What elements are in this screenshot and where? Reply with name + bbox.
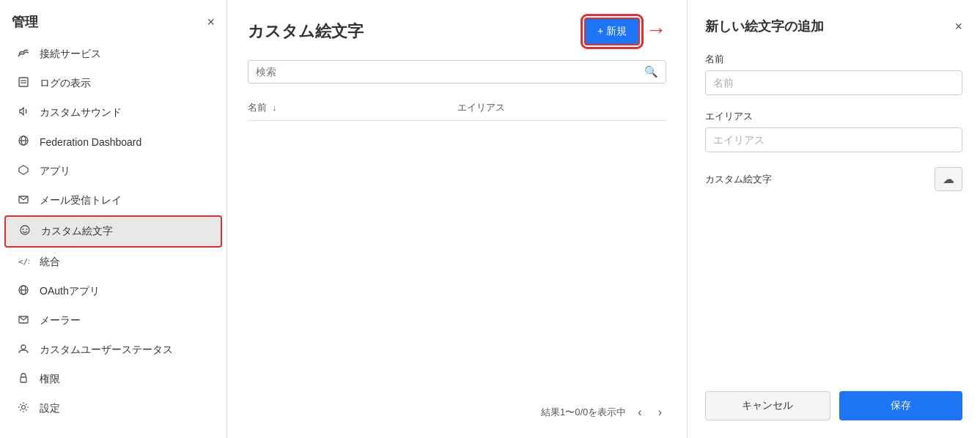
sidebar-close-button[interactable]: × — [207, 15, 215, 29]
svg-point-16 — [21, 345, 26, 349]
svg-point-18 — [22, 406, 26, 409]
sidebar-item-permissions[interactable]: 権限 — [4, 365, 222, 394]
svg-rect-17 — [21, 377, 26, 382]
sidebar-item-custom-user-status[interactable]: カスタムユーザーステータス — [4, 335, 222, 365]
sidebar-item-mailer[interactable]: メーラー — [4, 306, 222, 335]
add-emoji-panel: 新しい絵文字の追加 × 名前 エイリアス カスタム絵文字 ☁ キャンセル 保存 — [687, 0, 980, 438]
table-header: 名前 ↓ エイリアス — [248, 95, 666, 121]
sidebar-item-label-integrations: 統合 — [40, 256, 60, 269]
upload-icon: ☁ — [943, 173, 954, 185]
sidebar-item-label-oauth-apps: OAuthアプリ — [40, 285, 100, 298]
new-emoji-button[interactable]: + 新規 — [584, 18, 640, 45]
table-body — [248, 121, 666, 390]
alias-field-group: エイリアス — [705, 110, 962, 152]
sidebar-header: 管理 × — [0, 0, 226, 40]
svg-text:</>: </> — [18, 257, 29, 267]
sidebar-items-list: 接続サービスログの表示カスタムサウンドFederation Dashboardア… — [0, 40, 226, 423]
column-name-header: 名前 ↓ — [248, 101, 457, 114]
search-icon: 🔍 — [644, 65, 658, 78]
apps-icon — [16, 164, 31, 179]
svg-point-9 — [23, 229, 24, 230]
search-input[interactable] — [256, 66, 638, 78]
sidebar-item-connection-services[interactable]: 接続サービス — [4, 40, 222, 69]
sidebar-item-label-mail-inbox: メール受信トレイ — [40, 194, 122, 207]
arrow-indicator: → — [646, 18, 666, 42]
sidebar-item-label-connection-services: 接続サービス — [40, 48, 101, 61]
pagination-prev-button[interactable]: ‹ — [633, 404, 646, 420]
pagination-summary: 結果1〜0/0を表示中 — [541, 406, 626, 419]
main-content: カスタム絵文字 + 新規 → 🔍 名前 ↓ エイリアス 結果1〜0/0を表示中 … — [227, 0, 687, 438]
panel-actions: キャンセル 保存 — [705, 391, 962, 420]
page-title: カスタム絵文字 — [248, 21, 364, 42]
save-button[interactable]: 保存 — [839, 391, 963, 420]
sidebar-title: 管理 — [12, 13, 38, 31]
name-field-label: 名前 — [705, 53, 962, 66]
custom-sound-icon — [16, 105, 31, 120]
sidebar-item-oauth-apps[interactable]: OAuthアプリ — [4, 277, 222, 306]
mailer-icon — [16, 313, 31, 328]
emoji-upload-button[interactable]: ☁ — [935, 167, 962, 191]
sidebar-item-settings[interactable]: 設定 — [4, 394, 222, 423]
settings-icon — [16, 401, 31, 416]
emoji-upload-label: カスタム絵文字 — [705, 173, 772, 186]
sidebar-item-custom-sound[interactable]: カスタムサウンド — [4, 98, 222, 127]
sidebar-item-label-federation-dashboard: Federation Dashboard — [40, 136, 141, 148]
pagination-next-button[interactable]: › — [654, 404, 666, 420]
sidebar-item-federation-dashboard[interactable]: Federation Dashboard — [4, 127, 222, 157]
sidebar-item-custom-emoji[interactable]: カスタム絵文字 — [4, 215, 222, 248]
svg-point-8 — [21, 226, 29, 234]
column-alias-header: エイリアス — [457, 101, 667, 114]
svg-marker-6 — [19, 166, 28, 174]
custom-user-status-icon — [16, 343, 31, 357]
sort-arrow-icon: ↓ — [273, 103, 277, 112]
oauth-apps-icon — [16, 284, 31, 299]
search-bar: 🔍 — [248, 60, 666, 83]
svg-rect-0 — [19, 78, 28, 86]
name-field-group: 名前 — [705, 53, 962, 95]
custom-emoji-icon — [18, 224, 32, 239]
cancel-button[interactable]: キャンセル — [705, 391, 830, 420]
alias-field-label: エイリアス — [705, 110, 962, 123]
sidebar-item-label-custom-sound: カスタムサウンド — [40, 106, 122, 119]
sidebar-item-label-mailer: メーラー — [40, 314, 81, 327]
panel-header: 新しい絵文字の追加 × — [705, 18, 962, 35]
panel-close-button[interactable]: × — [954, 19, 962, 34]
alias-field-input[interactable] — [705, 127, 962, 152]
svg-point-10 — [26, 229, 28, 230]
sidebar-item-apps[interactable]: アプリ — [4, 157, 222, 186]
permissions-icon — [16, 372, 31, 387]
sidebar-item-label-settings: 設定 — [40, 402, 60, 415]
log-display-icon — [16, 76, 31, 91]
sidebar-item-mail-inbox[interactable]: メール受信トレイ — [4, 186, 222, 215]
sidebar: 管理 × 接続サービスログの表示カスタムサウンドFederation Dashb… — [0, 0, 227, 438]
mail-inbox-icon — [16, 193, 31, 208]
panel-title: 新しい絵文字の追加 — [705, 18, 824, 35]
sidebar-item-label-custom-user-status: カスタムユーザーステータス — [40, 344, 173, 357]
sidebar-item-label-permissions: 権限 — [40, 373, 60, 386]
pagination: 結果1〜0/0を表示中 ‹ › — [248, 404, 666, 420]
name-field-input[interactable] — [705, 70, 962, 95]
main-header: カスタム絵文字 + 新規 → — [248, 18, 666, 45]
federation-dashboard-icon — [16, 135, 31, 149]
connection-services-icon — [16, 47, 31, 62]
sidebar-item-label-apps: アプリ — [40, 165, 70, 178]
emoji-upload-row: カスタム絵文字 ☁ — [705, 167, 962, 191]
sidebar-item-label-log-display: ログの表示 — [40, 77, 91, 90]
sidebar-item-label-custom-emoji: カスタム絵文字 — [41, 225, 113, 238]
integrations-icon: </> — [16, 255, 31, 270]
sidebar-item-log-display[interactable]: ログの表示 — [4, 69, 222, 98]
sidebar-item-integrations[interactable]: </>統合 — [4, 248, 222, 277]
